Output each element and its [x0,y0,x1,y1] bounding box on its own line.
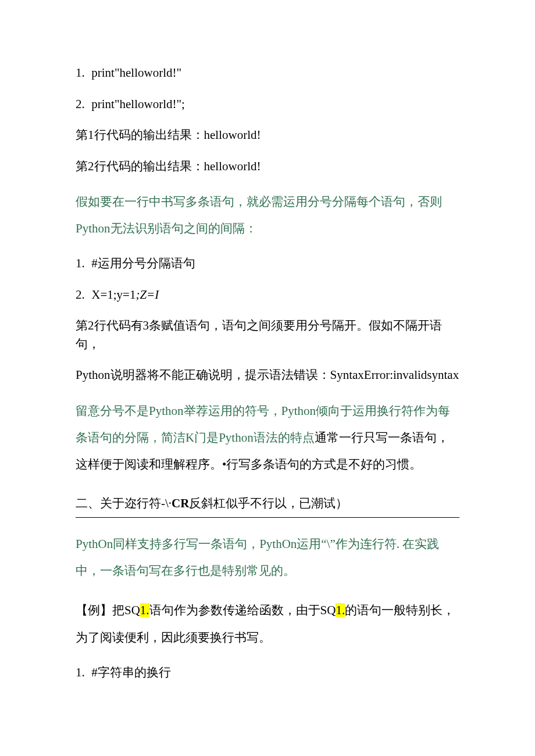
code-line-4: 2. X=1;y=1;Z=I [76,286,459,304]
highlight: 1. [140,603,149,617]
heading-text: 二、关于迩行符-\·CR反斜杠似乎不行以，已潮试） [76,494,459,516]
code-line-1: 1. print"helloworld!" [76,64,459,83]
section-heading: 二、关于迩行符-\·CR反斜杠似乎不行以，已潮试） [76,494,459,518]
heading-rule [76,517,459,518]
line-number: 1. [76,255,88,273]
code-text: print"helloworld!" [91,66,181,80]
text: 【例】把SQ [76,603,140,617]
code-text: #运用分号分隔语句 [91,256,195,270]
line-number: 2. [76,286,88,304]
heading-pre: 二、关于迩行符-\· [76,496,172,510]
code-line-2: 2. print"helloworld!"; [76,95,459,114]
line-number: 1. [76,664,88,682]
line-number: 1. [76,64,88,83]
code-text: #字符串的换行 [91,665,171,679]
heading-bold: CR [172,496,189,510]
example-paragraph: 【例】把SQ1.语句作为参数传递给函数，由于SQ1.的语句一般特别长，为了阅读便… [76,597,459,650]
code-text: print"helloworld!"; [91,97,185,111]
code-line-3: 1. #运用分号分隔语句 [76,255,459,273]
paragraph: 第2行代码有3条赋值语句，语句之间须要用分号隔开。假如不隔开语句， [76,317,459,353]
line-number: 2. [76,95,88,114]
output-line-1: 第1行代码的输出结果：helloworld! [76,126,459,145]
document-page: 1. print"helloworld!" 2. print"helloworl… [0,0,535,718]
text: 语句作为参数传递给函数，由于SQ [149,603,336,617]
code-text-italic: ;Z=I [135,288,159,302]
note-paragraph-3: PythOn同样支持多行写一条语句，PythOn运用“\”作为连行符. 在实践中… [76,531,459,584]
code-line-5: 1. #字符串的换行 [76,664,459,682]
code-text: X=1;y=1 [91,288,135,302]
output-line-2: 第2行代码的输出结果：helloworld! [76,157,459,176]
paragraph: Python说明器将不能正确说明，提示语法错误：SyntaxError:inva… [76,366,459,385]
highlight: 1. [336,603,345,617]
note-paragraph-2: 留意分号不是Python举荐运用的符号，Python倾向于运用换行符作为每条语句… [76,397,459,478]
heading-post: 反斜杠似乎不行以，已潮试） [189,496,348,510]
note-paragraph-1: 假如要在一行中书写多条语句，就必需运用分号分隔每个语句，否则Python无法识别… [76,188,459,242]
